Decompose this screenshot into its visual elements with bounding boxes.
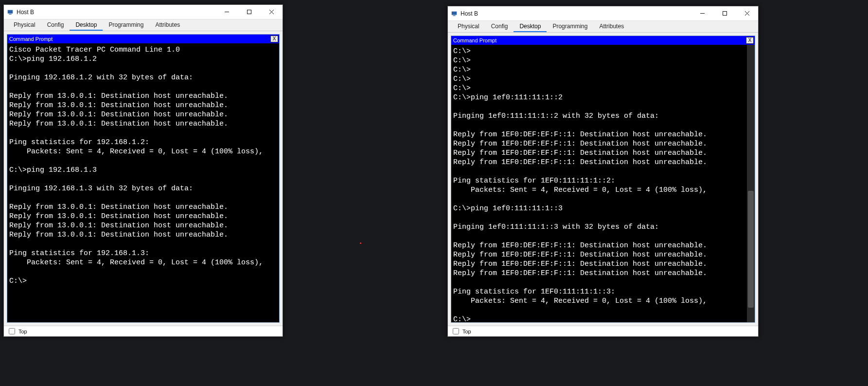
- tab-bar: Physical Config Desktop Programming Attr…: [4, 19, 283, 31]
- minimize-button[interactable]: [215, 5, 238, 19]
- svg-rect-0: [8, 10, 13, 13]
- app-icon: [7, 9, 14, 16]
- tab-programming[interactable]: Programming: [547, 21, 593, 32]
- app-icon: [451, 10, 458, 17]
- tab-attributes[interactable]: Attributes: [593, 21, 630, 32]
- tab-physical[interactable]: Physical: [8, 19, 41, 31]
- terminal[interactable]: Cisco Packet Tracer PC Command Line 1.0 …: [7, 43, 279, 322]
- top-checkbox[interactable]: [453, 328, 459, 334]
- tab-physical[interactable]: Physical: [452, 21, 485, 32]
- svg-rect-3: [247, 10, 251, 14]
- svg-rect-9: [723, 12, 726, 16]
- command-prompt-header[interactable]: Command Prompt X: [451, 36, 755, 45]
- maximize-button[interactable]: [713, 6, 736, 21]
- command-prompt-frame: Command Prompt X C:\> C:\> C:\> C:\> C:\…: [451, 36, 755, 323]
- svg-rect-6: [452, 11, 457, 15]
- tab-programming[interactable]: Programming: [103, 19, 149, 31]
- svg-rect-1: [9, 14, 11, 14]
- command-prompt-frame: Command Prompt X Cisco Packet Tracer PC …: [7, 34, 280, 323]
- close-button[interactable]: [736, 6, 758, 21]
- tab-bar: Physical Config Desktop Programming Attr…: [448, 21, 758, 33]
- content-area: Command Prompt X Cisco Packet Tracer PC …: [4, 31, 283, 326]
- packet-tracer-window-right: Host B Physical Config Desktop Programmi…: [447, 6, 759, 337]
- scrollbar-thumb[interactable]: [748, 191, 754, 308]
- scrollbar-vertical[interactable]: [747, 45, 755, 322]
- top-checkbox-label: Top: [18, 329, 27, 334]
- tab-config[interactable]: Config: [485, 21, 514, 32]
- close-button[interactable]: [260, 5, 283, 19]
- command-prompt-title: Command Prompt: [9, 36, 53, 42]
- packet-tracer-window-left: Host B Physical Config Desktop Programmi…: [3, 4, 283, 337]
- window-title: Host B: [17, 9, 34, 16]
- content-area: Command Prompt X C:\> C:\> C:\> C:\> C:\…: [448, 33, 758, 326]
- tab-config[interactable]: Config: [41, 19, 70, 31]
- svg-rect-7: [453, 15, 455, 16]
- bottom-bar: Top: [4, 326, 283, 336]
- top-checkbox-label: Top: [462, 329, 471, 334]
- maximize-button[interactable]: [238, 5, 260, 19]
- red-dot-marker: [360, 242, 361, 244]
- top-checkbox[interactable]: [9, 328, 15, 334]
- tab-desktop[interactable]: Desktop: [70, 19, 103, 31]
- command-prompt-title: Command Prompt: [453, 37, 496, 43]
- command-prompt-close-button[interactable]: X: [746, 37, 754, 44]
- bottom-bar: Top: [448, 326, 758, 336]
- tab-desktop[interactable]: Desktop: [514, 21, 547, 32]
- titlebar[interactable]: Host B: [4, 5, 283, 19]
- terminal[interactable]: C:\> C:\> C:\> C:\> C:\> C:\>ping 1ef0:1…: [451, 45, 755, 322]
- command-prompt-header[interactable]: Command Prompt X: [7, 35, 279, 43]
- titlebar[interactable]: Host B: [448, 6, 758, 21]
- window-title: Host B: [461, 10, 478, 17]
- tab-attributes[interactable]: Attributes: [149, 19, 186, 31]
- command-prompt-close-button[interactable]: X: [270, 36, 278, 42]
- minimize-button[interactable]: [691, 6, 713, 21]
